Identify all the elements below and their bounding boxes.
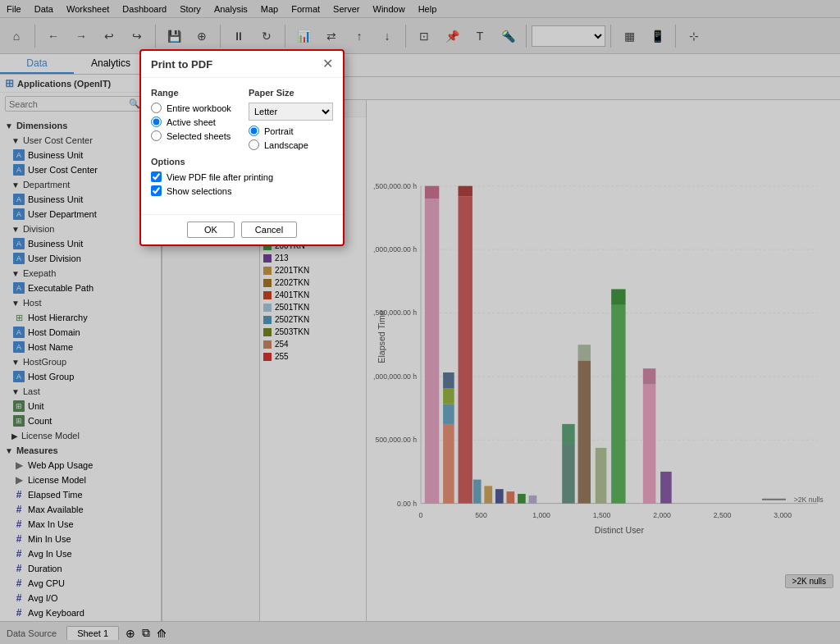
paper-size-column: Paper Size Letter A4 Legal Portrait — [249, 88, 333, 150]
radio-entire-input[interactable] — [151, 103, 162, 113]
radio-landscape[interactable]: Landscape — [249, 139, 333, 150]
modal-title: Print to PDF — [151, 58, 212, 71]
options-label: Options — [151, 157, 333, 167]
checkbox-show-sel-input[interactable] — [151, 185, 162, 196]
range-label: Range — [151, 88, 235, 98]
checkbox-view-pdf-input[interactable] — [151, 171, 162, 182]
radio-selected-input[interactable] — [151, 130, 162, 141]
radio-portrait-input[interactable] — [249, 126, 259, 136]
ok-button[interactable]: OK — [187, 222, 235, 238]
radio-selected-sheets[interactable]: Selected sheets — [151, 130, 235, 141]
paper-size-select[interactable]: Letter A4 Legal — [249, 103, 333, 121]
modal-body: Range Entire workbook Active sheet Se — [141, 78, 343, 214]
checkbox-show-selections[interactable]: Show selections — [151, 185, 333, 196]
radio-active-input[interactable] — [151, 116, 162, 127]
options-section: Options View PDF file after printing Sho… — [151, 157, 333, 196]
range-radio-group: Entire workbook Active sheet Selected sh… — [151, 103, 235, 141]
radio-landscape-input[interactable] — [249, 139, 259, 150]
radio-portrait[interactable]: Portrait — [249, 126, 333, 136]
label-show-sel: Show selections — [167, 186, 232, 196]
label-portrait: Portrait — [264, 126, 293, 136]
modal-close-button[interactable]: ✕ — [322, 57, 333, 71]
radio-active-sheet[interactable]: Active sheet — [151, 116, 235, 127]
checkbox-view-pdf[interactable]: View PDF file after printing — [151, 171, 333, 182]
label-landscape: Landscape — [264, 140, 308, 150]
orientation-group: Portrait Landscape — [249, 126, 333, 150]
label-active: Active sheet — [167, 117, 216, 127]
modal-overlay: Print to PDF ✕ Range Entire workbook Act… — [0, 0, 840, 644]
label-selected: Selected sheets — [167, 131, 231, 141]
modal-content-row: Range Entire workbook Active sheet Se — [151, 88, 333, 150]
modal-footer: OK Cancel — [141, 214, 343, 244]
paper-size-label: Paper Size — [249, 88, 333, 98]
label-entire: Entire workbook — [167, 103, 231, 113]
modal-header: Print to PDF ✕ — [141, 51, 343, 78]
print-to-pdf-modal: Print to PDF ✕ Range Entire workbook Act… — [139, 49, 345, 246]
cancel-button[interactable]: Cancel — [241, 222, 297, 238]
label-view-pdf: View PDF file after printing — [167, 172, 273, 182]
radio-entire-workbook[interactable]: Entire workbook — [151, 103, 235, 113]
range-column: Range Entire workbook Active sheet Se — [151, 88, 235, 150]
